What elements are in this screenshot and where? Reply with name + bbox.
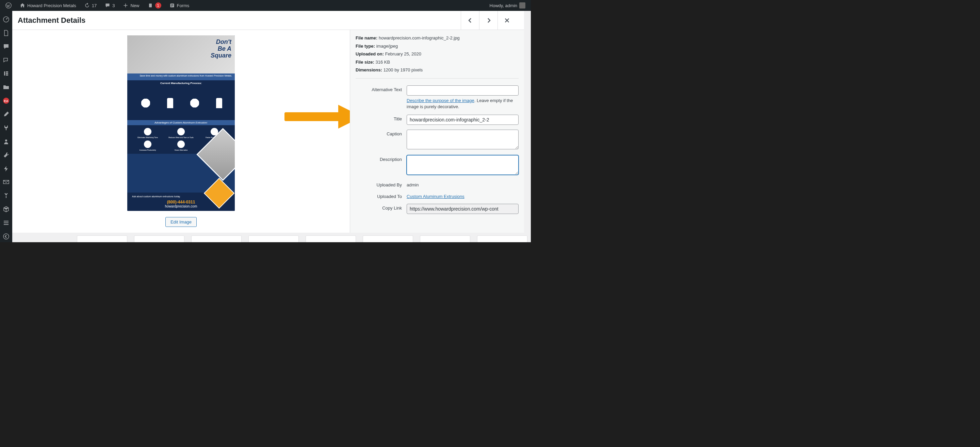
media-tile[interactable] [191, 235, 242, 242]
sidebar-tools[interactable] [0, 150, 12, 161]
wp-logo[interactable] [3, 0, 14, 11]
new-label: New [130, 3, 139, 8]
sidebar-elementor[interactable] [0, 68, 12, 80]
prev-attachment-button[interactable] [461, 11, 479, 30]
elementor-icon [3, 70, 10, 77]
sidebar-mail[interactable] [0, 177, 12, 188]
preview-heading: Be A [211, 46, 231, 52]
uploaded-to-row: Uploaded To Custom Aluminum Extrusions [356, 192, 519, 199]
refresh-item[interactable]: 17 [82, 0, 99, 11]
sidebar-dashboard[interactable] [0, 14, 12, 25]
uploaded-by-row: Uploaded By admin [356, 181, 519, 188]
admin-bar-left: Howard Precision Metals 17 3 New 1 Forms [3, 0, 192, 11]
caption-row: Caption [356, 130, 519, 150]
copy-link-row: Copy Link [356, 204, 519, 214]
copy-link-label: Copy Link [356, 204, 407, 211]
chevron-right-icon [485, 17, 492, 24]
chevron-left-icon [3, 233, 10, 240]
comment-icon [3, 43, 10, 50]
meta-uploaded-on: Uploaded on: February 25, 2020 [356, 51, 519, 57]
brush-icon [3, 111, 10, 118]
sidebar-amp[interactable] [0, 163, 12, 175]
media-tile[interactable] [77, 235, 127, 242]
refresh-count: 17 [92, 3, 97, 8]
modal-header: Attachment Details [12, 11, 524, 30]
sidebar-pages[interactable] [0, 27, 12, 39]
description-row: Description [356, 155, 519, 176]
title-label: Title [356, 115, 407, 121]
media-tile[interactable] [420, 235, 470, 242]
sidebar-appearance[interactable] [0, 108, 12, 120]
alerts-item[interactable]: 1 [145, 0, 164, 11]
title-input[interactable] [407, 115, 519, 125]
comments-item[interactable]: 3 [102, 0, 118, 11]
svg-text:EA: EA [4, 99, 8, 103]
folder-icon [3, 84, 10, 91]
sidebar-collapse[interactable] [0, 231, 12, 242]
avatar [519, 2, 525, 8]
close-icon [504, 17, 510, 24]
copy-link-input[interactable] [407, 204, 519, 214]
media-tile[interactable] [248, 235, 299, 242]
annotation-arrow [285, 105, 350, 129]
wordpress-icon [5, 2, 11, 8]
svg-rect-4 [4, 72, 5, 76]
forms-item[interactable]: Forms [167, 0, 192, 11]
admin-bar-right: Howdy, admin [487, 0, 528, 11]
svg-rect-7 [6, 75, 8, 76]
svg-point-10 [5, 140, 7, 142]
howdy-text: Howdy, admin [490, 3, 517, 8]
caption-input[interactable] [407, 130, 519, 150]
page-icon [3, 30, 10, 37]
next-attachment-button[interactable] [479, 11, 498, 30]
sidebar-ea[interactable]: EA [0, 95, 12, 107]
bolt-icon [3, 165, 10, 172]
preview-heading: Square [211, 52, 231, 59]
uploaded-to-link[interactable]: Custom Aluminum Extrusions [407, 194, 465, 199]
svg-rect-5 [6, 72, 8, 72]
meta-file-type: File type: image/jpeg [356, 43, 519, 50]
sidebar-users[interactable] [0, 136, 12, 147]
media-tile[interactable] [363, 235, 413, 242]
uploaded-by-value: admin [407, 181, 519, 188]
sidebar-menu[interactable] [0, 217, 12, 229]
media-tile[interactable] [305, 235, 356, 242]
comments-count: 3 [112, 3, 115, 8]
alt-text-help-link[interactable]: Describe the purpose of the image [407, 98, 474, 103]
alt-text-input[interactable] [407, 85, 519, 95]
sidebar-plugins[interactable] [0, 122, 12, 134]
sidebar-comments[interactable] [0, 41, 12, 52]
sidebar-cube[interactable] [0, 204, 12, 215]
preview-section: Current Manufacturing Process: [127, 80, 235, 86]
svg-point-0 [6, 3, 11, 8]
sidebar-chat[interactable] [0, 54, 12, 66]
site-link[interactable]: Howard Precision Metals [17, 0, 79, 11]
sidebar-seo[interactable] [0, 190, 12, 201]
alert-badge: 1 [155, 2, 161, 8]
user-menu[interactable]: Howdy, admin [487, 0, 528, 11]
gauge-icon [3, 16, 10, 23]
menu-icon [3, 220, 10, 226]
svg-rect-6 [6, 73, 8, 74]
alt-text-help: Describe the purpose of the image. Leave… [407, 98, 519, 110]
uploaded-to-label: Uploaded To [356, 192, 407, 199]
divider [356, 78, 519, 79]
preview-heading: Don't [211, 39, 231, 46]
close-modal-button[interactable] [498, 11, 516, 30]
alt-text-row: Alternative Text Describe the purpose of… [356, 85, 519, 110]
meta-file-name: File name: howardprecision.com-infograph… [356, 35, 519, 41]
forms-icon [169, 3, 175, 8]
new-item[interactable]: New [120, 0, 142, 11]
media-tile[interactable] [477, 235, 527, 242]
y-icon [3, 192, 10, 199]
sidebar-templates[interactable] [0, 81, 12, 93]
media-tile[interactable] [134, 235, 185, 242]
details-pane: File name: howardprecision.com-infograph… [350, 30, 524, 233]
svg-point-12 [3, 234, 9, 239]
user-icon [3, 138, 10, 145]
attachment-details-modal: Attachment Details Don't Be A Square [12, 11, 524, 233]
description-input[interactable] [407, 155, 519, 175]
ea-icon: EA [3, 97, 10, 104]
edit-image-button[interactable]: Edit Image [165, 217, 197, 227]
meta-file-size: File size: 316 KB [356, 59, 519, 66]
